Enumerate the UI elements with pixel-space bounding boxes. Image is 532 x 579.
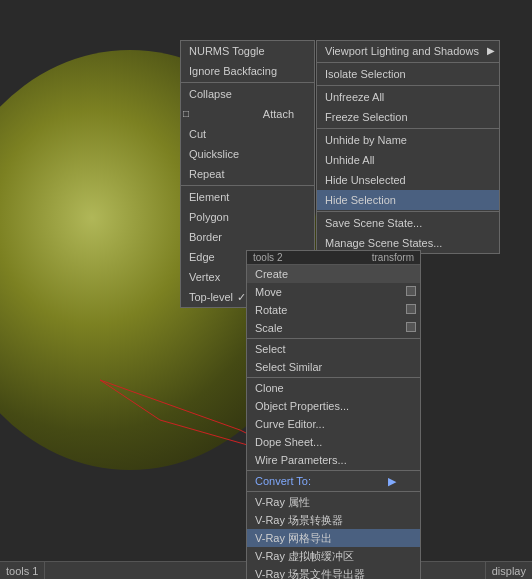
menu-item-save-scene-state[interactable]: Save Scene State... <box>317 213 499 233</box>
ignore-backfacing-label: Ignore Backfacing <box>189 63 277 79</box>
menu-item-select[interactable]: Select <box>247 340 420 358</box>
hide-unselected-label: Hide Unselected <box>325 172 406 188</box>
menu-item-isolate-selection[interactable]: Isolate Selection <box>317 64 499 84</box>
menu-item-hide-unselected[interactable]: Hide Unselected <box>317 170 499 190</box>
dope-sheet-label: Dope Sheet... <box>255 436 322 448</box>
menu-item-convert-to[interactable]: Convert To: ▶ <box>247 472 420 490</box>
border-label: Border <box>189 229 222 245</box>
menu-item-select-similar[interactable]: Select Similar <box>247 358 420 376</box>
menu-item-object-properties[interactable]: Object Properties... <box>247 397 420 415</box>
menu-item-element[interactable]: Element <box>181 187 314 207</box>
menu-item-viewport-lighting[interactable]: Viewport Lighting and Shadows ▶ <box>317 41 499 61</box>
menu-item-move[interactable]: Move <box>247 283 420 301</box>
attach-label: Attach <box>263 106 294 122</box>
wire-parameters-label: Wire Parameters... <box>255 454 347 466</box>
separator-v3 <box>317 128 499 129</box>
freeze-selection-label: Freeze Selection <box>325 109 408 125</box>
isolate-selection-label: Isolate Selection <box>325 66 406 82</box>
viewport-lighting-arrow-icon: ▶ <box>487 43 495 59</box>
context-menu-2: Viewport Lighting and Shadows ▶ Isolate … <box>316 40 500 254</box>
repeat-label: Repeat <box>189 166 224 182</box>
scale-label: Scale <box>255 322 283 334</box>
menu-item-wire-parameters[interactable]: Wire Parameters... <box>247 451 420 469</box>
tools2-label: tools 2 <box>253 252 282 263</box>
manage-scene-states-label: Manage Scene States... <box>325 235 442 251</box>
collapse-label: Collapse <box>189 86 232 102</box>
menu-item-attach[interactable]: □ Attach <box>181 104 314 124</box>
menu-item-vray-mesh-export[interactable]: V-Ray 网格导出 <box>247 529 420 547</box>
unhide-all-label: Unhide All <box>325 152 375 168</box>
curve-editor-label: Curve Editor... <box>255 418 325 430</box>
menu-item-collapse[interactable]: Collapse <box>181 84 314 104</box>
menu-item-unfreeze-all[interactable]: Unfreeze All <box>317 87 499 107</box>
toplevel-check-icon: ✓ <box>237 289 246 305</box>
separator-v1 <box>317 62 499 63</box>
clone-label: Clone <box>255 382 284 394</box>
menu-item-curve-editor[interactable]: Curve Editor... <box>247 415 420 433</box>
vray-vfb-label: V-Ray 虚拟帧缓冲区 <box>255 550 354 562</box>
menu-item-dope-sheet[interactable]: Dope Sheet... <box>247 433 420 451</box>
menu-item-freeze-selection[interactable]: Freeze Selection <box>317 107 499 127</box>
rotate-icon <box>406 304 416 314</box>
toolbar-tools1[interactable]: tools 1 <box>0 562 45 579</box>
toplevel-label: Top-level <box>189 289 233 305</box>
convert-to-arrow-icon: ▶ <box>388 473 400 489</box>
rotate-label: Rotate <box>255 304 287 316</box>
menu-item-vray-vfb[interactable]: V-Ray 虚拟帧缓冲区 <box>247 547 420 565</box>
menu-item-scale[interactable]: Scale <box>247 319 420 337</box>
select-label: Select <box>255 343 286 355</box>
cut-label: Cut <box>189 126 206 142</box>
menu-item-vray-attr[interactable]: V-Ray 属性 <box>247 493 420 511</box>
nurms-toggle-label: NURMS Toggle <box>189 43 265 59</box>
hide-selection-label: Hide Selection <box>325 192 396 208</box>
menu-item-unhide-all[interactable]: Unhide All <box>317 150 499 170</box>
move-label: Move <box>255 286 282 298</box>
vertex-label: Vertex <box>189 269 220 285</box>
menu-item-quickslice[interactable]: Quickslice <box>181 144 314 164</box>
object-properties-label: Object Properties... <box>255 400 349 412</box>
separator-m1 <box>247 338 420 339</box>
separator-m4 <box>247 491 420 492</box>
vray-scene-exporter-label: V-Ray 场景文件导出器 <box>255 568 365 579</box>
menu-item-ignore-backfacing[interactable]: Ignore Backfacing <box>181 61 314 81</box>
attach-check-icon: □ <box>183 106 189 122</box>
separator-m2 <box>247 377 420 378</box>
viewport-lighting-label: Viewport Lighting and Shadows <box>325 43 479 59</box>
menu-item-vray-scene-converter[interactable]: V-Ray 场景转换器 <box>247 511 420 529</box>
menu-item-rotate[interactable]: Rotate <box>247 301 420 319</box>
menu3-header: tools 2 transform <box>247 251 420 265</box>
unhide-by-name-label: Unhide by Name <box>325 132 407 148</box>
save-scene-state-label: Save Scene State... <box>325 215 422 231</box>
convert-to-label: Convert To: <box>255 473 311 489</box>
menu-item-border[interactable]: Border <box>181 227 314 247</box>
menu-item-cut[interactable]: Cut <box>181 124 314 144</box>
menu-item-unhide-by-name[interactable]: Unhide by Name <box>317 130 499 150</box>
polygon-label: Polygon <box>189 209 229 225</box>
separator-1 <box>181 82 314 83</box>
scale-icon <box>406 322 416 332</box>
element-label: Element <box>189 189 229 205</box>
move-icon <box>406 286 416 296</box>
quickslice-label: Quickslice <box>189 146 239 162</box>
create-label: Create <box>255 268 288 280</box>
vray-attr-label: V-Ray 属性 <box>255 496 310 508</box>
menu-item-clone[interactable]: Clone <box>247 379 420 397</box>
toolbar-display-label: display <box>492 565 526 577</box>
menu-item-vray-scene-exporter[interactable]: V-Ray 场景文件导出器 <box>247 565 420 579</box>
menu-item-polygon[interactable]: Polygon <box>181 207 314 227</box>
unfreeze-all-label: Unfreeze All <box>325 89 384 105</box>
toolbar-tools1-label: tools 1 <box>6 565 38 577</box>
menu-item-hide-selection[interactable]: Hide Selection <box>317 190 499 210</box>
menu-item-create[interactable]: Create <box>247 265 420 283</box>
separator-v4 <box>317 211 499 212</box>
vray-scene-converter-label: V-Ray 场景转换器 <box>255 514 343 526</box>
separator-v2 <box>317 85 499 86</box>
vray-mesh-export-label: V-Ray 网格导出 <box>255 532 332 544</box>
toolbar-display[interactable]: display <box>485 562 532 579</box>
separator-m3 <box>247 470 420 471</box>
separator-2 <box>181 185 314 186</box>
edge-label: Edge <box>189 249 215 265</box>
menu-item-nurms-toggle[interactable]: NURMS Toggle <box>181 41 314 61</box>
select-similar-label: Select Similar <box>255 361 322 373</box>
menu-item-repeat[interactable]: Repeat <box>181 164 314 184</box>
